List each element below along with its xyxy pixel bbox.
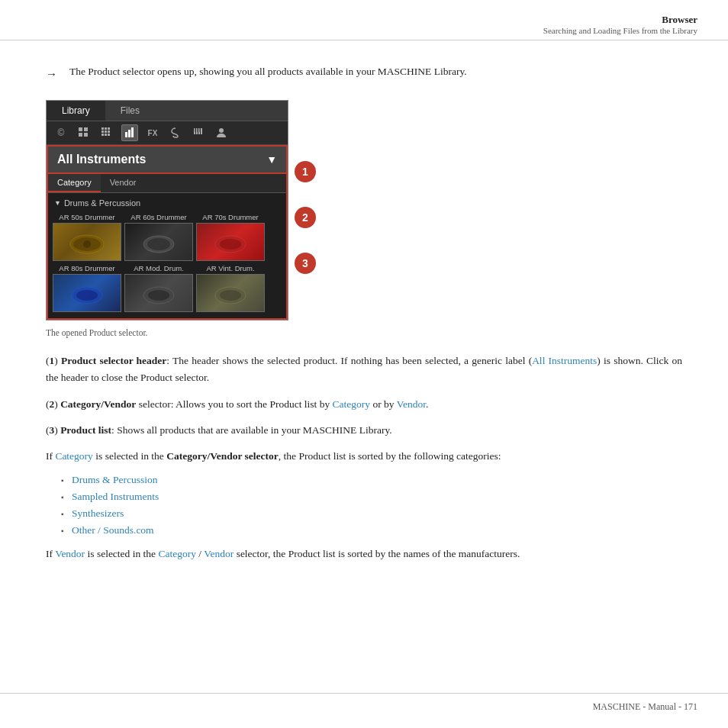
products-grid: AR 50s Drummer AR 60s Drummer xyxy=(48,210,286,315)
bullet-synth: Synthesizers xyxy=(61,507,682,520)
browser-ui: Library Files © xyxy=(46,100,288,321)
p2-link-vendor: Vendor xyxy=(397,398,426,410)
svg-rect-14 xyxy=(128,130,130,137)
vendor-tab[interactable]: Vendor xyxy=(101,174,146,192)
svg-rect-6 xyxy=(108,127,110,130)
p1-link: All Instruments xyxy=(532,355,597,366)
svg-rect-1 xyxy=(84,127,88,131)
paragraph-2: (2) Category/Vendor selector: Allows you… xyxy=(46,396,682,413)
grid-small-icon[interactable] xyxy=(76,124,92,141)
dropdown-arrow-icon: ▼ xyxy=(266,153,277,166)
product-armod[interactable]: AR Mod. Drum. xyxy=(124,264,193,312)
p2-link-category: Category xyxy=(333,398,371,410)
svg-rect-20 xyxy=(195,128,197,132)
badge-2: 2 xyxy=(295,207,316,228)
svg-point-23 xyxy=(219,128,224,133)
tab-library[interactable]: Library xyxy=(47,101,105,121)
barchart-icon[interactable] xyxy=(121,124,138,141)
product-thumbnail xyxy=(196,274,265,312)
p3-number: 3 xyxy=(50,424,55,436)
svg-rect-13 xyxy=(125,132,127,137)
bullet-sampled: Sampled Instruments xyxy=(61,491,682,503)
svg-rect-15 xyxy=(131,127,134,137)
main-content: → The Product selector opens up, showing… xyxy=(0,40,728,595)
product-header-label: All Instruments xyxy=(57,153,146,166)
copyright-icon[interactable]: © xyxy=(53,124,69,141)
synth-icon[interactable] xyxy=(167,124,184,141)
page-footer: MASCHINE - Manual - 171 xyxy=(0,693,728,713)
screenshot-caption: The opened Product selector. xyxy=(46,328,682,337)
svg-rect-19 xyxy=(201,128,202,134)
product-thumbnail xyxy=(124,223,193,261)
category-vendor-bar: Category Vendor xyxy=(47,174,288,193)
p1-number: 1 xyxy=(50,355,55,366)
product-label: AR Vint. Drum. xyxy=(196,264,265,272)
expand-icon: ▼ xyxy=(54,199,61,207)
svg-rect-22 xyxy=(200,128,201,132)
product-label: AR 50s Drummer xyxy=(53,213,121,221)
product-ar50s[interactable]: AR 50s Drummer xyxy=(53,213,121,261)
svg-rect-3 xyxy=(84,133,88,137)
p1-bold: Product selector header xyxy=(61,355,166,366)
user-icon[interactable] xyxy=(213,124,230,141)
tab-files[interactable]: Files xyxy=(105,101,155,121)
p2-bold: Category/Vendor xyxy=(60,398,136,410)
page-title: Browser xyxy=(31,14,697,26)
product-label: AR 60s Drummer xyxy=(124,213,193,221)
product-label: AR 80s Drummer xyxy=(53,264,121,272)
paragraph-4: If Category is selected in the Category/… xyxy=(46,448,682,465)
paragraph-5: If Vendor is selected in the Category / … xyxy=(46,546,682,562)
svg-rect-0 xyxy=(79,127,82,131)
badge-3: 3 xyxy=(295,253,316,274)
product-thumbnail xyxy=(196,223,265,261)
svg-point-30 xyxy=(220,239,241,250)
paragraph-1: (1) Product selector header: The header … xyxy=(46,353,682,387)
bullet-link-other: Other / Sounds.com xyxy=(72,524,154,536)
bullet-link-drums: Drums & Percussion xyxy=(72,474,158,485)
svg-rect-10 xyxy=(101,134,104,136)
category-label: Drums & Percussion xyxy=(64,198,140,208)
svg-point-28 xyxy=(147,238,170,250)
svg-point-26 xyxy=(83,240,91,248)
svg-point-34 xyxy=(148,290,169,301)
product-thumbnail xyxy=(53,223,121,261)
svg-rect-11 xyxy=(105,134,107,136)
page-header: Browser Searching and Loading Files from… xyxy=(0,0,728,40)
svg-rect-9 xyxy=(108,130,110,133)
p5-link-vendor: Vendor xyxy=(55,548,85,559)
p2-number: 2 xyxy=(50,398,55,410)
product-label: AR 70s Drummer xyxy=(196,213,265,221)
product-thumbnail xyxy=(53,274,121,312)
drums-percussion-header: ▼ Drums & Percussion xyxy=(48,196,286,210)
screenshot-container: Library Files © xyxy=(46,100,288,321)
svg-rect-5 xyxy=(105,127,107,130)
p4-link-category: Category xyxy=(55,450,93,462)
product-ar60s[interactable]: AR 60s Drummer xyxy=(124,213,193,261)
product-arvint[interactable]: AR Vint. Drum. xyxy=(196,264,265,312)
product-selector-header[interactable]: All Instruments ▼ xyxy=(47,145,288,174)
icon-bar: © xyxy=(47,121,288,145)
grid-large-icon[interactable] xyxy=(98,124,115,141)
browser-tabs: Library Files xyxy=(47,101,288,121)
p4-bold: Category/Vendor selector xyxy=(166,450,279,462)
svg-rect-2 xyxy=(79,133,82,137)
product-ar70s[interactable]: AR 70s Drummer xyxy=(196,213,265,261)
svg-rect-7 xyxy=(101,130,104,133)
piano-icon[interactable] xyxy=(190,124,207,141)
svg-rect-8 xyxy=(105,130,107,133)
bullet-link-synth: Synthesizers xyxy=(72,507,124,519)
page-subtitle: Searching and Loading Files from the Lib… xyxy=(31,26,697,35)
svg-rect-12 xyxy=(108,134,110,136)
svg-rect-21 xyxy=(198,128,199,132)
product-ar80s[interactable]: AR 80s Drummer xyxy=(53,264,121,312)
category-tab[interactable]: Category xyxy=(48,174,101,192)
p5-link-vendor2: Vendor xyxy=(204,548,234,559)
intro-paragraph: → The Product selector opens up, showing… xyxy=(46,63,682,83)
intro-text: The Product selector opens up, showing y… xyxy=(69,63,467,80)
bullet-other: Other / Sounds.com xyxy=(61,524,682,536)
product-thumbnail xyxy=(124,274,193,312)
fx-icon[interactable]: FX xyxy=(144,124,161,141)
product-list: ▼ Drums & Percussion AR 50s Drummer xyxy=(47,193,288,320)
bullet-drums: Drums & Percussion xyxy=(61,474,682,486)
p5-link-category: Category xyxy=(158,548,196,559)
